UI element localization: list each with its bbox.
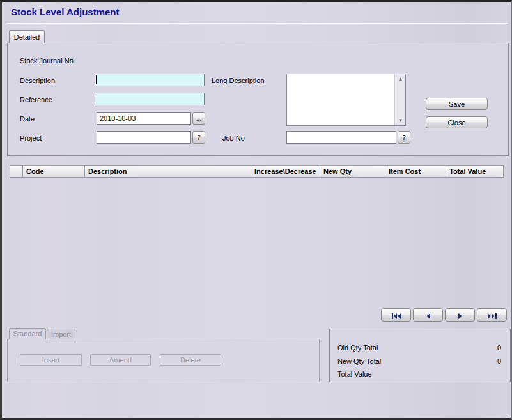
old-qty-total-value: 0 (497, 344, 501, 352)
scroll-up-icon[interactable]: ▲ (395, 74, 406, 84)
grid-column-description[interactable]: Description (85, 165, 251, 178)
long-description-textarea[interactable] (287, 74, 394, 125)
tab-detailed[interactable]: Detailed (9, 30, 45, 43)
stock-journal-no-label: Stock Journal No (20, 57, 74, 65)
grid-column-increase-decrease[interactable]: Increase\Decrease (251, 165, 320, 178)
last-record-button[interactable] (477, 308, 507, 322)
project-input[interactable] (97, 131, 191, 144)
previous-record-icon (425, 313, 431, 320)
job-no-label: Job No (222, 134, 245, 142)
text-caret (96, 75, 97, 84)
date-label: Date (20, 115, 35, 123)
scroll-down-icon[interactable]: ▼ (395, 116, 406, 125)
close-button[interactable]: Close (426, 116, 488, 128)
last-record-icon (487, 313, 497, 320)
next-record-button[interactable] (445, 308, 475, 322)
new-qty-total-value: 0 (497, 357, 501, 365)
grid-column-selector[interactable] (10, 165, 23, 178)
long-description-label: Long Description (212, 77, 265, 84)
tab-standard[interactable]: Standard (9, 328, 46, 339)
grid-column-total-value[interactable]: Total Value (446, 165, 504, 178)
delete-button[interactable]: Delete (160, 354, 221, 366)
grid-column-new-qty[interactable]: New Qty (320, 165, 385, 178)
save-button[interactable]: Save (426, 98, 488, 110)
insert-button[interactable]: Insert (20, 354, 82, 366)
totals-panel: Old Qty Total 0 New Qty Total 0 Total Va… (329, 329, 511, 382)
grid-body[interactable] (10, 178, 504, 303)
job-no-input[interactable] (286, 131, 396, 144)
grid-column-item-cost[interactable]: Item Cost (385, 165, 446, 178)
page-title: Stock Level Adjustment (11, 6, 119, 17)
total-value-label: Total Value (337, 370, 372, 378)
tab-import[interactable]: Import (47, 329, 75, 339)
description-input[interactable] (95, 74, 205, 86)
title-divider (7, 23, 508, 24)
date-input[interactable] (97, 112, 191, 125)
project-label: Project (20, 134, 42, 142)
reference-input[interactable] (95, 93, 205, 105)
memo-scrollbar[interactable]: ▲ ▼ (394, 74, 405, 125)
amend-button[interactable]: Amend (90, 354, 151, 366)
next-record-icon (457, 313, 463, 320)
first-record-button[interactable] (381, 308, 411, 322)
project-lookup-button[interactable]: ? (192, 131, 205, 144)
description-label: Description (20, 77, 55, 84)
old-qty-total-label: Old Qty Total (337, 344, 378, 352)
new-qty-total-label: New Qty Total (337, 357, 381, 365)
grid-header: Code Description Increase\Decrease New Q… (10, 165, 504, 178)
reference-label: Reference (20, 96, 52, 104)
date-browse-button[interactable]: ... (192, 112, 205, 125)
previous-record-button[interactable] (413, 308, 443, 322)
job-no-lookup-button[interactable]: ? (398, 131, 410, 144)
long-description-box: ▲ ▼ (286, 74, 406, 126)
first-record-icon (391, 313, 401, 320)
grid-column-code[interactable]: Code (23, 165, 85, 178)
stock-level-adjustment-window: Stock Level Adjustment Detailed Stock Jo… (0, 0, 512, 420)
